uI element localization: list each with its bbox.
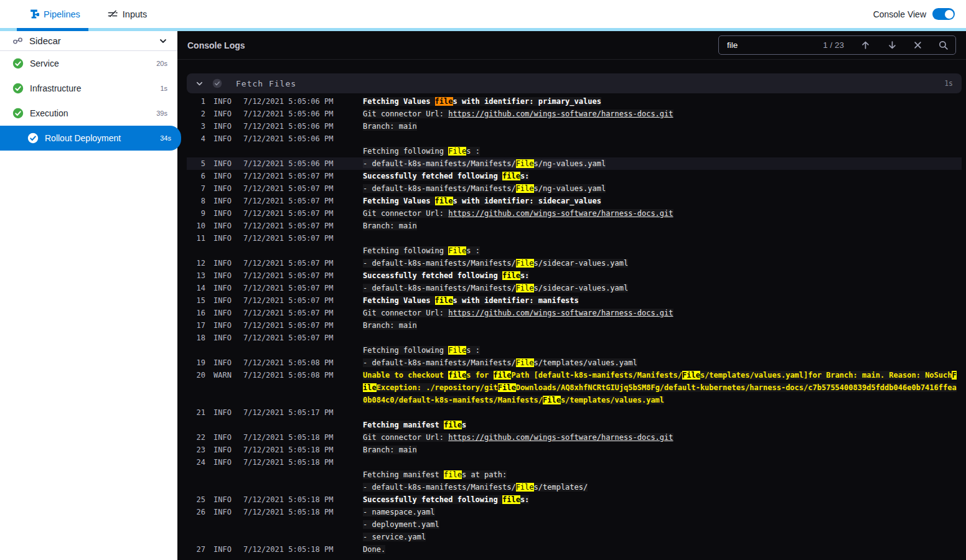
log-row[interactable]: 20WARN7/12/2021 5:05:08 PMUnable to chec… — [187, 369, 962, 381]
pipeline-icon — [29, 9, 39, 19]
log-row[interactable]: Fetching following Files : — [187, 245, 962, 257]
log-message: Branch: main — [363, 319, 417, 332]
log-message: Successfully fetched following files: — [363, 493, 529, 506]
log-link[interactable]: https://github.com/wings-software/harnes… — [448, 110, 673, 118]
sidebar-step-rollout-deployment[interactable]: Rollout Deployment34s — [0, 126, 181, 151]
log-row[interactable]: Fetching following Files : — [187, 145, 962, 157]
log-level: INFO — [213, 207, 241, 220]
log-row[interactable]: 15INFO7/12/2021 5:05:07 PMFetching Value… — [187, 294, 962, 307]
log-row[interactable]: Fetching manifest files at path: — [187, 469, 962, 481]
log-num: 24 — [187, 456, 205, 469]
log-text: Branch: main — [363, 222, 417, 230]
log-num — [187, 481, 205, 493]
search-match: file — [435, 197, 453, 205]
log-text: - default-k8s-manifests/Manifests/ — [363, 284, 516, 292]
log-time — [243, 481, 343, 493]
log-level — [213, 518, 241, 531]
chevron-down-icon[interactable] — [159, 37, 167, 45]
log-row[interactable]: 7INFO7/12/2021 5:05:07 PM- default-k8s-m… — [187, 182, 962, 195]
log-message: Git connector Url: https://github.com/wi… — [363, 307, 673, 319]
log-row[interactable]: 24INFO7/12/2021 5:05:18 PM — [187, 456, 962, 469]
log-text: Fetching Values — [363, 97, 435, 106]
log-link[interactable]: https://github.com/wings-software/harnes… — [448, 433, 673, 442]
log-row[interactable]: 8INFO7/12/2021 5:05:07 PMFetching Values… — [187, 195, 962, 207]
log-row[interactable]: 5INFO7/12/2021 5:05:06 PM- default-k8s-m… — [187, 157, 962, 170]
log-row[interactable]: 4INFO7/12/2021 5:05:06 PM — [187, 133, 962, 145]
log-message: Git connector Url: https://github.com/wi… — [363, 431, 673, 444]
chevron-down-icon[interactable] — [195, 80, 204, 88]
log-time: 7/12/2021 5:05:07 PM — [243, 282, 343, 294]
console-title: Console Logs — [187, 40, 245, 50]
log-row[interactable]: 23INFO7/12/2021 5:05:18 PMBranch: main — [187, 444, 962, 456]
arrow-up-icon[interactable] — [860, 40, 871, 50]
log-row[interactable]: 14INFO7/12/2021 5:05:07 PM- default-k8s-… — [187, 282, 962, 294]
log-row[interactable]: 1INFO7/12/2021 5:05:06 PMFetching Values… — [187, 95, 962, 108]
log-row[interactable]: 16INFO7/12/2021 5:05:07 PMGit connector … — [187, 307, 962, 319]
log-message: Fetching manifest files — [363, 419, 466, 431]
console-view-toggle[interactable] — [932, 8, 955, 20]
log-message: - deployment.yaml — [363, 518, 439, 531]
close-icon[interactable] — [914, 41, 922, 49]
log-num: 23 — [187, 444, 205, 456]
log-level: INFO — [213, 319, 241, 332]
log-row[interactable]: 18INFO7/12/2021 5:05:07 PM — [187, 332, 962, 344]
log-row[interactable]: 9INFO7/12/2021 5:05:07 PMGit connector U… — [187, 207, 962, 220]
log-row[interactable]: 6INFO7/12/2021 5:05:07 PMSuccessfully fe… — [187, 170, 962, 182]
log-section-header[interactable]: Fetch Files 1s — [187, 73, 962, 93]
sidebar-steps: Service20sInfrastructure1sExecution39sRo… — [0, 51, 177, 151]
log-row[interactable]: 19INFO7/12/2021 5:05:08 PM- default-k8s-… — [187, 357, 962, 369]
log-row[interactable]: 11INFO7/12/2021 5:05:07 PM — [187, 232, 962, 245]
inputs-icon — [107, 9, 118, 20]
log-row[interactable]: - default-k8s-manifests/Manifests/Files/… — [187, 481, 962, 493]
log-row[interactable]: 22INFO7/12/2021 5:05:18 PMGit connector … — [187, 431, 962, 444]
log-row[interactable]: 12INFO7/12/2021 5:05:07 PM- default-k8s-… — [187, 257, 962, 269]
log-row[interactable]: 17INFO7/12/2021 5:05:07 PMBranch: main — [187, 319, 962, 332]
log-num: 21 — [187, 406, 205, 419]
log-message: Git connector Url: https://github.com/wi… — [363, 207, 673, 220]
search-match: file — [502, 495, 520, 504]
log-time: 7/12/2021 5:05:08 PM — [243, 357, 343, 369]
log-link[interactable]: https://github.com/wings-software/harnes… — [448, 209, 673, 218]
log-row[interactable]: 3INFO7/12/2021 5:05:06 PMBranch: main — [187, 120, 962, 133]
log-num: 20 — [187, 369, 205, 381]
tab-inputs[interactable]: Inputs — [107, 9, 148, 20]
sidebar-step-infrastructure[interactable]: Infrastructure1s — [0, 76, 177, 101]
log-row[interactable]: ileException: ./repository/gitFileDownlo… — [187, 381, 962, 394]
search-input[interactable] — [726, 40, 813, 50]
arrow-down-icon[interactable] — [887, 40, 898, 50]
log-row[interactable]: - service.yaml — [187, 531, 962, 543]
search-icon[interactable] — [938, 40, 949, 50]
check-circle-icon — [12, 83, 24, 94]
log-row[interactable]: Fetching following Files : — [187, 344, 962, 357]
log-row[interactable]: - deployment.yaml — [187, 518, 962, 531]
log-time: 7/12/2021 5:05:18 PM — [243, 506, 343, 518]
stage-header[interactable]: Sidecar — [0, 31, 177, 51]
log-link[interactable]: https://github.com/wings-software/harnes… — [448, 309, 673, 317]
log-text: s with identifier: manifests — [453, 296, 579, 305]
log-level: INFO — [213, 170, 241, 182]
log-row[interactable]: 26INFO7/12/2021 5:05:18 PM- namespace.ya… — [187, 506, 962, 518]
tab-pipelines[interactable]: Pipelines — [29, 9, 80, 19]
sidebar-step-service[interactable]: Service20s — [0, 51, 177, 76]
log-row[interactable]: Fetching manifest files — [187, 419, 962, 431]
log-text: s: — [520, 172, 529, 180]
search-match-count: 1 / 23 — [823, 40, 844, 50]
log-level — [213, 394, 241, 406]
log-level: INFO — [213, 444, 241, 456]
log-text: s/templates/values.yaml]for Branch: main… — [700, 371, 952, 380]
log-row[interactable]: 21INFO7/12/2021 5:05:17 PM — [187, 406, 962, 419]
log-row[interactable]: 0b084c0/default-k8s-manifests/Manifests/… — [187, 394, 962, 406]
log-row[interactable]: 27INFO7/12/2021 5:05:18 PMDone. — [187, 543, 962, 556]
log-time: 7/12/2021 5:05:18 PM — [243, 493, 343, 506]
log-num — [187, 531, 205, 543]
log-row[interactable]: 10INFO7/12/2021 5:05:07 PMBranch: main — [187, 220, 962, 232]
log-num — [187, 518, 205, 531]
log-row[interactable]: 25INFO7/12/2021 5:05:18 PMSuccessfully f… — [187, 493, 962, 506]
log-message: Git connector Url: https://github.com/wi… — [363, 108, 673, 120]
log-row[interactable]: 13INFO7/12/2021 5:05:07 PMSuccessfully f… — [187, 269, 962, 282]
log-num — [187, 381, 205, 394]
sidebar-step-execution[interactable]: Execution39s — [0, 101, 177, 126]
log-num: 19 — [187, 357, 205, 369]
log-row[interactable]: 2INFO7/12/2021 5:05:06 PMGit connector U… — [187, 108, 962, 120]
log-text: s : — [466, 147, 480, 156]
